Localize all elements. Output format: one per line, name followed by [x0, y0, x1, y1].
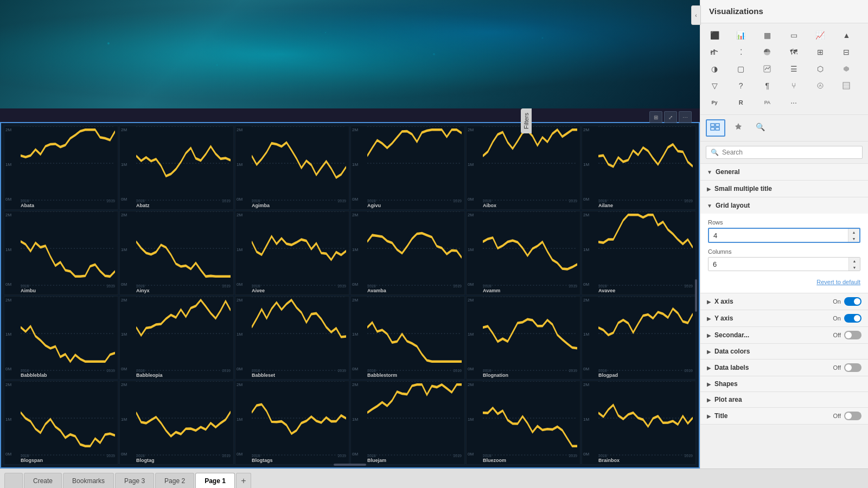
viz-icon-paginated[interactable]	[838, 78, 855, 93]
viz-icon-scatter[interactable]: ⁚	[732, 44, 750, 60]
svg-point-4	[325, 32, 326, 33]
viz-icon-map[interactable]: 🗺	[785, 44, 802, 60]
rows-spinner-up[interactable]: ▲	[848, 229, 859, 235]
grid-layout-section: ▼ Grid layout Rows ▲ ▼ Columns	[700, 197, 868, 293]
secondary-chevron-icon: ▶	[707, 332, 711, 338]
viz-icon-bar[interactable]: 📊	[732, 28, 750, 43]
data-colors-chevron-icon: ▶	[707, 349, 711, 355]
chart-label: Blogspan	[21, 458, 43, 463]
viz-icon-filled-map[interactable]	[838, 61, 855, 76]
viz-icon-analytics[interactable]: 🔍	[751, 119, 769, 134]
viz-icon-slicer[interactable]: ☰	[785, 61, 802, 76]
viz-icon-card[interactable]: ▢	[732, 61, 750, 76]
tab-add-button[interactable]: +	[236, 473, 251, 488]
expand-btn[interactable]: ⤢	[664, 111, 677, 123]
more-options-btn[interactable]: ⋯	[679, 111, 692, 123]
viz-background	[0, 0, 700, 108]
grid-layout-header[interactable]: ▼ Grid layout	[700, 197, 868, 214]
viz-icon-format[interactable]	[730, 119, 747, 134]
tab-bar: Create Bookmarks Page 3 Page 2 Page 1 +	[0, 468, 868, 488]
data-labels-toggle[interactable]	[844, 363, 861, 372]
viz-icon-clustered-bar[interactable]: ▭	[785, 28, 802, 43]
svg-rect-81	[764, 66, 770, 72]
viz-icon-smart-narrative[interactable]: ¶	[758, 78, 776, 93]
horizontal-scrollbar[interactable]	[334, 464, 366, 466]
chart-cell: 2M1M0M20182019Agivu	[350, 126, 465, 210]
viz-icon-line[interactable]: 📈	[812, 28, 829, 43]
chart-cell: 2M1M0M20182019Bluejam	[350, 381, 465, 465]
tab-item-page3[interactable]: Page 3	[115, 473, 154, 488]
rows-spinner-down[interactable]: ▼	[848, 235, 859, 242]
chart-label: Blogpad	[598, 373, 618, 378]
tab-item-page1[interactable]: Page 1	[195, 473, 235, 488]
chart-cell: 2M1M0M20182019Aimbu	[4, 211, 118, 295]
viz-icon-decomp-tree[interactable]: ⑂	[785, 78, 802, 93]
viz-icon-100bar[interactable]: ▦	[758, 28, 776, 43]
viz-icon-stacked-bar[interactable]: ⬛	[706, 28, 723, 43]
viz-icon-pie[interactable]	[758, 44, 776, 60]
viz-icon-matrix[interactable]: ⊟	[838, 44, 855, 60]
chart-cell: 2M1M0M20182019Blogpad	[582, 296, 696, 380]
plot-area-chevron-icon: ▶	[707, 397, 711, 403]
panel-collapse-button[interactable]: ‹	[691, 5, 701, 25]
columns-container: Columns ▲ ▼	[708, 248, 860, 271]
chart-label: Ainyx	[136, 288, 150, 293]
focus-mode-btn[interactable]: ⊞	[649, 111, 662, 123]
active-viz-icon-small-multiple[interactable]	[706, 119, 725, 137]
viz-icon-r[interactable]: R	[732, 95, 750, 110]
plot-area-row: ▶ Plot area	[700, 392, 868, 408]
y-axis-toggle[interactable]	[844, 314, 861, 323]
viz-icon-area[interactable]: ▲	[838, 28, 855, 43]
title-toggle[interactable]	[844, 412, 861, 420]
viz-icon-table[interactable]: ⊞	[812, 44, 829, 60]
chart-cell: 2M1M0M20182019Aibox	[466, 126, 580, 210]
shapes-chevron-icon: ▶	[707, 381, 711, 387]
viz-icon-combo[interactable]	[706, 44, 723, 60]
search-icon: 🔍	[711, 149, 719, 156]
data-colors-row: ▶ Data colors	[700, 344, 868, 359]
chart-cell: 2M1M0M20182019Avamba	[350, 211, 465, 295]
tab-item-bookmarks[interactable]: Bookmarks	[63, 473, 114, 488]
x-axis-toggle[interactable]	[844, 297, 861, 306]
viz-icon-more[interactable]: ···	[785, 95, 802, 110]
x-axis-toggle-knob	[854, 298, 860, 305]
viz-icon-key-influencers[interactable]	[812, 78, 829, 93]
chart-cell: 2M1M0M20182019Babbleopia	[119, 296, 234, 380]
vertical-scrollbar[interactable]	[695, 279, 697, 312]
chart-view-controls: ⊞ ⤢ ⋯	[649, 111, 692, 123]
secondary-toggle[interactable]	[844, 331, 861, 339]
viz-icon-funnel[interactable]: ▽	[706, 78, 723, 93]
columns-spinner-down[interactable]: ▼	[849, 264, 860, 271]
chart-label: Blognation	[483, 373, 508, 378]
viz-icon-choropleth[interactable]: ⬡	[812, 61, 829, 76]
rows-input[interactable]	[709, 229, 848, 242]
chart-label: Avamba	[367, 288, 386, 293]
search-box[interactable]: 🔍	[706, 146, 863, 159]
columns-spinner-up[interactable]: ▲	[849, 258, 860, 264]
chart-cell: 2M1M0M20182019Brainbox	[582, 381, 696, 465]
tab-item-create[interactable]: Create	[24, 473, 62, 488]
revert-to-default-btn[interactable]: Revert to default	[708, 277, 860, 287]
small-multiple-title-label: Small multiple title	[714, 185, 861, 192]
viz-icon-qna[interactable]: ?	[732, 78, 750, 93]
filters-tab[interactable]: Filters	[521, 108, 532, 133]
svg-rect-90	[716, 127, 719, 130]
chart-label: Aimbu	[21, 288, 36, 293]
plot-area-label: Plot area	[714, 396, 861, 403]
small-multiple-title-header[interactable]: ▶ Small multiple title	[700, 181, 868, 197]
viz-icon-gauge[interactable]: ◑	[706, 61, 723, 76]
viz-icon-power-apps[interactable]: PA	[758, 95, 776, 110]
columns-input[interactable]	[709, 258, 848, 271]
chart-cell: 2M1M0M20182019Avamm	[466, 211, 580, 295]
tab-item-empty[interactable]	[4, 473, 23, 488]
general-header[interactable]: ▼ General	[700, 164, 868, 180]
search-input[interactable]	[722, 149, 858, 156]
rows-input-container: ▲ ▼	[708, 228, 860, 243]
viz-icon-kpi[interactable]	[758, 61, 776, 76]
grid-layout-label: Grid layout	[716, 202, 861, 209]
chart-label: Abatz	[136, 203, 150, 208]
y-axis-status: On	[833, 315, 841, 322]
tab-item-page2[interactable]: Page 2	[155, 473, 194, 488]
data-labels-chevron-icon: ▶	[707, 365, 711, 371]
viz-icon-python[interactable]: Py	[706, 95, 723, 110]
